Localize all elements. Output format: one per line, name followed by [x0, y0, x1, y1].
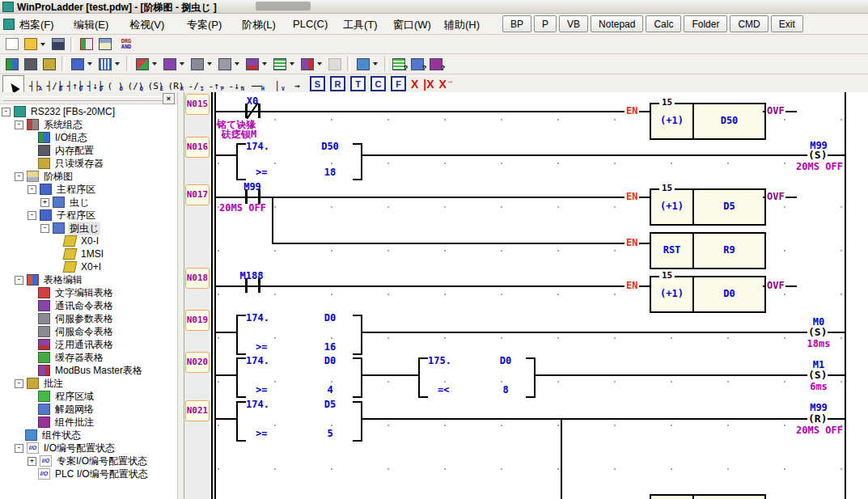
delete-column-tool[interactable]: |X — [423, 78, 434, 91]
modbus-master-table-icon[interactable] — [299, 56, 315, 72]
tree-item-io-number-config-status[interactable]: -I/OI/O编号配置状态 — [0, 442, 177, 455]
contact-a-tool[interactable]: ┤├A — [24, 76, 44, 92]
notepad-button[interactable]: Notepad — [591, 15, 643, 32]
ladder-network-dropdown-icon[interactable] — [87, 62, 92, 66]
tree-item-label-x0-i[interactable]: X0-I — [0, 235, 177, 247]
counter-c-tool[interactable]: C — [370, 76, 386, 91]
compare-operand-b[interactable]: 18 — [307, 167, 353, 178]
tree-item-system-config[interactable]: -系统组态 — [0, 118, 177, 131]
function-operand[interactable]: D5 — [694, 201, 764, 212]
ladder-window-icon[interactable] — [78, 36, 95, 53]
compare-operand-a[interactable]: D0 — [483, 355, 528, 366]
expander-icon[interactable]: + — [28, 457, 36, 466]
menu-view[interactable]: 检视(V) — [126, 17, 167, 33]
tree-item-subprogram-unit[interactable]: -捌虫じ — [0, 222, 177, 235]
menu-window[interactable]: 窗口(W) — [390, 17, 434, 33]
function-operand[interactable]: D50 — [694, 115, 764, 126]
tree-item-io-config[interactable]: I/O组态 — [0, 131, 177, 144]
tree-item-solve-network-comment[interactable]: 解题网络 — [0, 403, 177, 416]
io-config-icon[interactable] — [3, 56, 20, 72]
falling-edge-tool[interactable]: -↓-N — [227, 76, 247, 92]
tree-item-ladder-diagram[interactable]: -阶梯图 — [0, 170, 177, 183]
compare-block-ge-d0-16[interactable]: 174. D0 >= 16 — [236, 315, 362, 355]
network-label-n019[interactable]: N019 — [185, 310, 210, 331]
compare-block-ge-d0-4[interactable]: 174. D0 >= 4 — [236, 357, 362, 398]
timer-t-tool[interactable]: T — [350, 76, 366, 91]
servo-command-table-icon[interactable] — [216, 56, 233, 72]
delete-element-tool[interactable]: X — [411, 78, 418, 91]
tree-item-generic-comm-table[interactable]: 泛用通讯表格 — [0, 338, 177, 351]
readonly-register-icon[interactable] — [40, 56, 57, 72]
contact-d-tool[interactable]: ┤↓├D — [85, 76, 105, 92]
tree-item-comm-command-table[interactable]: 通讯命令表格 — [0, 299, 177, 312]
expander-icon[interactable]: - — [15, 172, 23, 181]
status-monitor-dropdown-icon[interactable] — [373, 62, 378, 66]
register-table-icon[interactable] — [271, 56, 288, 72]
function-operand[interactable]: R9 — [694, 244, 764, 256]
folder-button[interactable]: Folder — [684, 15, 727, 32]
open-file-icon[interactable] — [22, 36, 39, 53]
cmd-button[interactable]: CMD — [730, 15, 768, 32]
servo-command-table-dropdown-icon[interactable] — [235, 62, 239, 66]
delete-network-tool[interactable]: X→ — [439, 77, 454, 91]
matrix-edit-dropdown-icon[interactable] — [115, 62, 120, 66]
program-area-comment-icon[interactable]: ? — [392, 56, 409, 72]
horizontal-line-tool[interactable]: ──H — [247, 76, 267, 92]
tree-item-program-area-comment[interactable]: 程序区域 — [0, 390, 177, 403]
compare-operand-a[interactable]: D0 — [307, 312, 353, 324]
compare-operand-a[interactable]: D0 — [307, 355, 353, 366]
expander-icon[interactable]: - — [15, 379, 23, 388]
tree-item-component-comment[interactable]: 组件批注 — [0, 416, 177, 429]
tree-item-label-1msi[interactable]: 1MSI — [0, 247, 177, 260]
set-coil[interactable]: (S) — [807, 369, 828, 381]
tree-item-main-program-area[interactable]: -主程序区 — [0, 183, 177, 196]
tree-item-label-x0-plus-i[interactable]: X0+I — [0, 260, 177, 273]
p-button[interactable]: P — [534, 15, 557, 32]
servo-param-table-dropdown-icon[interactable] — [207, 62, 212, 66]
vertical-line-tool[interactable]: │V — [267, 76, 287, 92]
expander-icon[interactable]: - — [40, 224, 49, 233]
compare-block-le-d0-8[interactable]: 175. D0 =< 8 — [418, 357, 536, 398]
generic-comm-table-icon[interactable] — [243, 56, 260, 72]
network-label-n015[interactable]: N015 — [185, 94, 210, 115]
reset-coil[interactable]: (R) — [807, 412, 828, 425]
coil-q-tool[interactable]: (/)Q — [125, 76, 146, 92]
tree-item-comments[interactable]: -批注 — [0, 377, 177, 390]
memory-config-icon[interactable] — [22, 56, 39, 72]
bp-button[interactable]: BP — [502, 15, 531, 32]
comm-command-table-icon[interactable] — [161, 56, 178, 72]
text-edit-table-dropdown-icon[interactable] — [152, 62, 157, 66]
modbus-master-table-dropdown-icon[interactable] — [317, 62, 322, 66]
contact-label[interactable]: M99 — [235, 181, 270, 192]
function-block-inc-d0[interactable]: 15 (+1) D0 — [650, 276, 766, 313]
compare-operand-b[interactable]: 16 — [307, 341, 353, 353]
menu-tool[interactable]: 工具(T) — [340, 17, 381, 33]
matrix-edit-icon[interactable] — [96, 56, 113, 72]
expander-icon[interactable]: - — [28, 211, 36, 220]
compare-operand-b[interactable]: 5 — [307, 428, 353, 439]
monitor-window-icon[interactable] — [96, 36, 113, 53]
contact-b-tool[interactable]: ┤/├B — [44, 76, 65, 92]
contact-u-tool[interactable]: ┤↑├U — [65, 76, 85, 92]
menu-project[interactable]: 专案(P) — [184, 17, 225, 33]
contact-label[interactable]: M188 — [231, 270, 273, 281]
new-file-icon[interactable] — [3, 36, 20, 53]
tree-item-table-edit[interactable]: -表格编辑 — [0, 273, 177, 286]
menu-ladder[interactable]: 阶梯(L) — [239, 17, 279, 33]
function-block-inc-d5[interactable]: 15 (+1) D5 — [650, 188, 766, 226]
function-block-partial[interactable] — [650, 494, 766, 499]
exit-button[interactable]: Exit — [771, 15, 803, 32]
generic-comm-table-dropdown-icon[interactable] — [262, 62, 267, 66]
compare-operand-a[interactable]: D5 — [307, 399, 353, 410]
tree-item-project-io-number-config[interactable]: +I/O专案I/O编号配置状态 — [0, 455, 177, 467]
menu-edit[interactable]: 编辑(E) — [70, 17, 112, 33]
panel-splitter[interactable] — [178, 92, 184, 499]
tree-item-servo-command-table[interactable]: 伺服命令表格 — [0, 325, 177, 338]
coil-device-label[interactable]: M99 — [801, 402, 836, 413]
expander-icon[interactable]: - — [15, 444, 23, 453]
tree-item-servo-param-table[interactable]: 伺服参数表格 — [0, 312, 177, 325]
calc-button[interactable]: Calc — [646, 15, 681, 32]
contact-label[interactable]: X0 — [239, 95, 265, 107]
component-comment-icon[interactable]: ? — [429, 56, 446, 72]
tree-item-subprogram-area[interactable]: -子程序区 — [0, 209, 177, 222]
